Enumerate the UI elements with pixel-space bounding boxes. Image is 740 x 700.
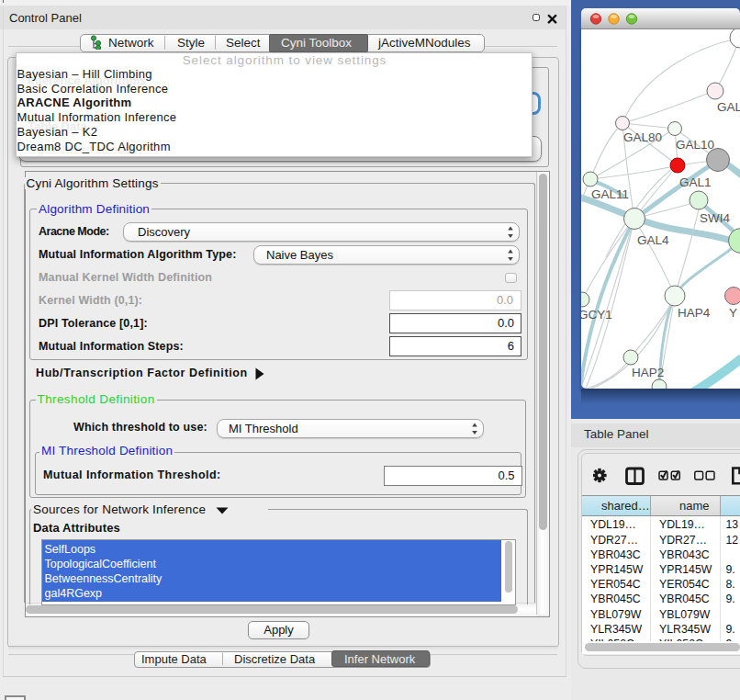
svg-text:GAL2: GAL2 [717, 100, 740, 114]
svg-text:GCY1: GCY1 [581, 308, 612, 322]
svg-text:SWI4: SWI4 [700, 211, 730, 225]
svg-text:Y: Y [729, 306, 737, 320]
svg-text:HAP4: HAP4 [678, 306, 711, 320]
svg-text:GAL10: GAL10 [676, 138, 714, 152]
svg-text:GAL4: GAL4 [637, 233, 669, 247]
svg-text:GAL80: GAL80 [623, 130, 662, 144]
svg-text:GAL1: GAL1 [679, 175, 712, 189]
svg-text:GAL11: GAL11 [591, 187, 629, 201]
svg-text:HAP2: HAP2 [632, 366, 664, 379]
